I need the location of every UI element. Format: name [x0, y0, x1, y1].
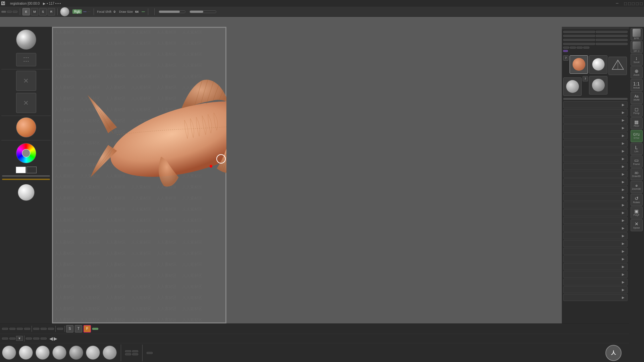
all-high-btn[interactable] [33, 338, 39, 340]
gyzz-btn[interactable]: GYz GYzz [631, 130, 643, 142]
duplicate-btn[interactable] [147, 352, 153, 354]
uv-map-section[interactable]: ▶ [563, 225, 628, 232]
auto-groups-btn[interactable] [57, 328, 63, 330]
morph-target-section[interactable]: ▶ [563, 209, 628, 216]
dots-brush-preview[interactable]: ⁚⁚⁚ [16, 53, 36, 66]
preview-section[interactable]: ▶ [563, 155, 628, 162]
zremesher-btn[interactable] [17, 328, 23, 330]
persp-btn[interactable]: ◻ Persp [631, 105, 643, 117]
brush-item-clay[interactable] [19, 346, 33, 360]
bpr-btn[interactable]: BPR [631, 28, 643, 40]
zsub-btn[interactable] [87, 11, 91, 12]
zoom-btn[interactable]: ⊕ Zoom [631, 66, 643, 78]
brush-item-move[interactable] [69, 346, 83, 360]
arrow-right[interactable]: ▶ [54, 336, 57, 341]
draw3d-btn[interactable]: 3D Draw3D [631, 168, 643, 180]
nanomesh-section[interactable]: ▶ [563, 124, 628, 131]
export-section[interactable]: ▶ [563, 294, 628, 301]
fibermesh-section[interactable]: ▶ [563, 140, 628, 147]
all-low-btn[interactable] [26, 338, 32, 340]
import-section[interactable]: ▶ [563, 286, 628, 293]
merge-down-btn[interactable] [2, 328, 8, 330]
tab-lightbox[interactable] [7, 11, 12, 13]
sharpen-mask-btn[interactable] [132, 350, 138, 352]
move-btn[interactable]: M [31, 8, 38, 15]
deformation-section[interactable]: ▶ [563, 171, 628, 178]
move-brush-preview[interactable] [16, 29, 36, 50]
rotate-btn[interactable]: ↺ Rotate [631, 194, 643, 206]
shrink-mask-btn[interactable] [132, 353, 138, 355]
visibility-section[interactable]: ▶ [563, 186, 628, 193]
brush-polymesh3d[interactable] [608, 57, 627, 75]
rgb-slider[interactable] [159, 10, 185, 13]
rgb-btn[interactable]: Rgb [72, 9, 82, 14]
clone-btn[interactable] [563, 43, 595, 45]
menus-btn[interactable] [616, 3, 619, 4]
visible-btn[interactable] [577, 47, 583, 49]
xpose-btn[interactable]: ✕ Xpose [631, 219, 643, 231]
dynamic-btn[interactable] [142, 11, 145, 12]
arrow-left[interactable]: ◀ [49, 336, 53, 341]
contact-section[interactable]: ▶ [563, 201, 628, 208]
grow-mask-btn[interactable] [125, 353, 131, 355]
import-btn[interactable] [563, 39, 595, 41]
delete-symmetry-btn[interactable] [41, 338, 47, 340]
actual-btn[interactable]: 1:1 Actual [631, 79, 643, 91]
switch-color-btn[interactable] [2, 175, 50, 177]
surface-section[interactable]: ▶ [563, 163, 628, 170]
polyf-btn[interactable]: ▣ PolyF [631, 206, 643, 219]
texture-map-section[interactable]: ▶ [563, 232, 628, 239]
tab-live-boolean[interactable] [13, 11, 17, 13]
polygroups-section[interactable]: ▶ [563, 194, 628, 201]
arraymesh-section[interactable]: ▶ [563, 117, 628, 124]
geometry-section[interactable]: ▶ [563, 109, 628, 116]
floor-btn[interactable]: ▦ Floor [631, 117, 643, 129]
vector-displacement-section[interactable]: ▶ [563, 255, 628, 262]
normal-map-section[interactable]: ▶ [563, 248, 628, 255]
close-holes-btn[interactable] [33, 328, 39, 330]
blur-mask-btn[interactable] [125, 350, 131, 352]
texture-preview[interactable]: ✕ [16, 93, 36, 113]
brush-item-hpolish[interactable] [86, 346, 100, 360]
layers-section[interactable]: ▶ [563, 132, 628, 139]
brush-simplebrush[interactable] [563, 77, 582, 96]
displacement-map-section[interactable]: ▶ [563, 240, 628, 247]
brush-dyna[interactable] [589, 76, 607, 95]
scroll-btn[interactable]: ↕ Scroll [631, 54, 643, 66]
brush-item-claybuildup[interactable] [2, 346, 16, 360]
all-btn[interactable] [570, 47, 576, 49]
edit-btn[interactable]: E [22, 8, 30, 15]
del-hidden-btn[interactable] [2, 338, 8, 340]
zadd-btn[interactable] [83, 11, 87, 12]
r-btn[interactable] [583, 47, 589, 49]
tab-home-page[interactable] [1, 11, 6, 13]
geometryhd-section[interactable]: ▶ [563, 147, 628, 155]
lightbox-tools-btn[interactable] [563, 50, 568, 52]
scale-btn[interactable]: S [39, 8, 47, 15]
fill-object-btn[interactable] [92, 328, 98, 330]
solo-icon[interactable]: S [66, 325, 73, 333]
export-btn[interactable] [596, 39, 628, 41]
make-polymesh-btn[interactable] [596, 43, 628, 45]
brush-rowana02[interactable] [570, 55, 588, 74]
brush-sphere3d[interactable] [589, 55, 607, 74]
backface-mask-btn[interactable] [41, 328, 47, 330]
alternate-btn[interactable] [2, 179, 50, 180]
initialize-section[interactable]: ▶ [563, 279, 628, 286]
color-wheel[interactable] [16, 143, 36, 163]
frame-btn[interactable]: ▭ Frame [631, 156, 643, 168]
brush-item-standard[interactable] [36, 346, 50, 360]
alpha-preview[interactable]: ✕ [16, 71, 36, 91]
display-properties-section[interactable]: ▶ [563, 263, 628, 270]
sphere-preview[interactable] [18, 184, 35, 201]
split-masked-btn[interactable] [9, 328, 15, 330]
polyskin-preview[interactable] [16, 117, 36, 137]
fg-color[interactable] [16, 167, 26, 173]
copy-tool-btn[interactable] [563, 35, 595, 37]
transp-icon[interactable]: T [75, 325, 82, 333]
lim-btn[interactable]: L Lim [631, 143, 643, 155]
aaatt-btn[interactable]: Aa AAAtt [631, 92, 643, 104]
subtool-section[interactable]: ▶ [563, 101, 628, 108]
mirror-arrow[interactable]: ▼ [16, 336, 23, 341]
mirror-weld-btn[interactable] [9, 338, 15, 340]
